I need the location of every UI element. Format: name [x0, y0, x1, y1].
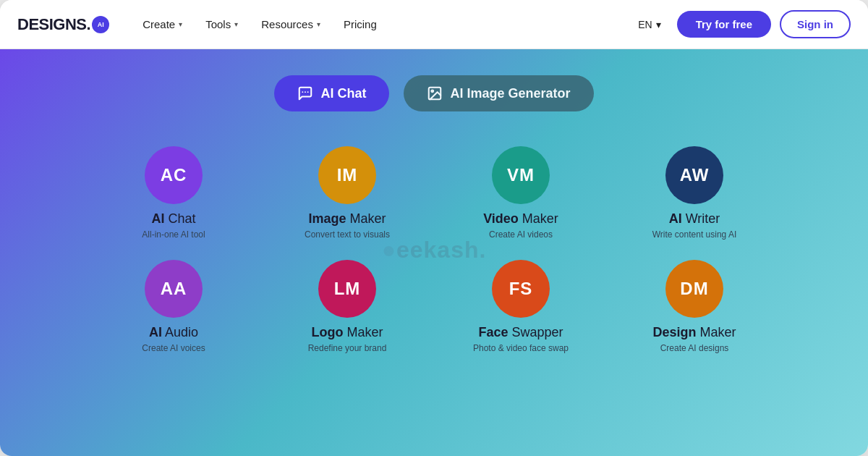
chevron-down-icon: ▾ [317, 20, 320, 28]
tools-grid: ACAI ChatAll-in-one AI toolIMImage Maker… [29, 140, 839, 359]
tool-item[interactable]: AAAI AudioCreate AI voices [101, 254, 246, 359]
tool-icon-circle: AA [145, 260, 203, 318]
ai-chat-hero-label: AI Chat [320, 86, 366, 101]
nav-resources[interactable]: Resources ▾ [251, 12, 331, 36]
chevron-down-icon: ▾ [179, 20, 182, 28]
tool-desc: Write content using AI [652, 229, 737, 240]
tool-desc: Redefine your brand [308, 343, 387, 353]
main-content: AI Chat AI Image Generator ●eekash. [0, 49, 868, 456]
tool-name: AI Writer [669, 211, 720, 227]
ai-chat-hero-button[interactable]: AI Chat [274, 75, 389, 111]
navbar: DESIGNS. AI Create ▾ Tools ▾ Resources ▾… [0, 0, 868, 49]
tool-desc: Photo & video face swap [473, 343, 569, 353]
tool-icon-circle: IM [318, 146, 376, 204]
svg-point-4 [432, 90, 434, 92]
logo[interactable]: DESIGNS. AI [17, 15, 109, 34]
nav-items: Create ▾ Tools ▾ Resources ▾ Pricing [132, 12, 631, 36]
nav-pricing[interactable]: Pricing [333, 12, 387, 36]
ai-image-hero-button[interactable]: AI Image Generator [404, 75, 593, 111]
tool-item[interactable]: AWAI WriterWrite content using AI [622, 140, 767, 245]
logo-text: DESIGNS. [17, 15, 90, 34]
tool-item[interactable]: LMLogo MakerRedefine your brand [275, 254, 420, 359]
hero-buttons: AI Chat AI Image Generator [274, 75, 593, 111]
chat-icon [297, 85, 313, 101]
sign-in-button[interactable]: Sign in [780, 10, 851, 38]
tool-item[interactable]: ACAI ChatAll-in-one AI tool [101, 140, 246, 245]
tool-icon-circle: AC [145, 146, 203, 204]
tool-icon-circle: DM [665, 260, 723, 318]
tool-icon-circle: LM [318, 260, 376, 318]
tool-item[interactable]: IMImage MakerConvert text to visuals [275, 140, 420, 245]
tool-item[interactable]: DMDesign MakerCreate AI designs [622, 254, 767, 359]
tool-desc: Create AI designs [660, 343, 729, 353]
tool-name: AI Audio [149, 325, 198, 340]
nav-tools[interactable]: Tools ▾ [195, 12, 248, 36]
chevron-down-icon: ▾ [656, 19, 661, 30]
tool-desc: Create AI videos [489, 229, 553, 240]
tool-name: AI Chat [151, 211, 195, 227]
nav-right: EN ▾ Try for free Sign in [631, 10, 851, 38]
image-icon [427, 85, 443, 101]
svg-point-1 [302, 91, 304, 93]
tool-desc: Convert text to visuals [305, 229, 390, 240]
nav-create[interactable]: Create ▾ [132, 12, 192, 36]
tool-name: Video Maker [483, 211, 558, 227]
tool-item[interactable]: FSFace SwapperPhoto & video face swap [448, 254, 593, 359]
tool-desc: Create AI voices [142, 343, 205, 353]
tool-name: Face Swapper [478, 325, 563, 340]
tool-item[interactable]: VMVideo MakerCreate AI videos [448, 140, 593, 245]
tool-name: Logo Maker [312, 325, 383, 340]
svg-point-0 [305, 91, 307, 93]
ai-image-hero-label: AI Image Generator [450, 86, 570, 101]
tool-name: Image Maker [308, 211, 386, 227]
tool-desc: All-in-one AI tool [142, 229, 205, 240]
logo-ai-badge: AI [92, 16, 109, 33]
tool-icon-circle: FS [492, 260, 550, 318]
tool-icon-circle: AW [665, 146, 723, 204]
svg-point-2 [307, 91, 309, 93]
lang-selector[interactable]: EN ▾ [631, 14, 668, 35]
tool-icon-circle: VM [492, 146, 550, 204]
chevron-down-icon: ▾ [234, 20, 238, 28]
tool-name: Design Maker [652, 325, 736, 340]
try-free-button[interactable]: Try for free [677, 11, 771, 38]
